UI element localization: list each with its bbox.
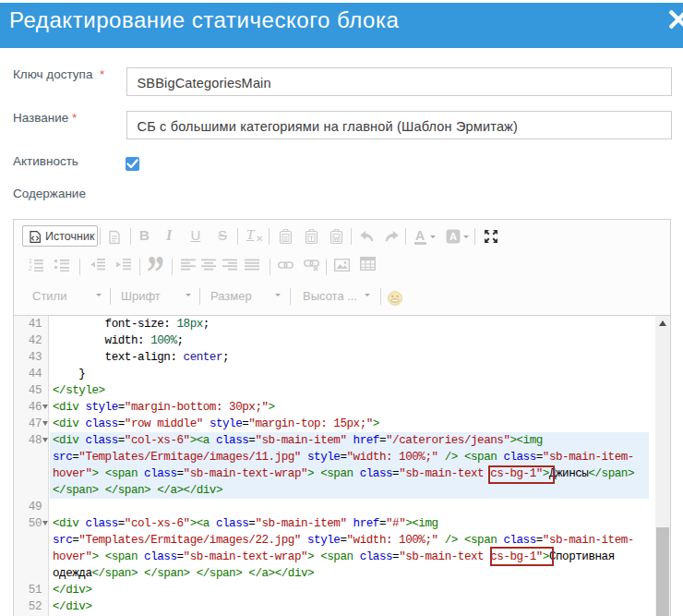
svg-text:1: 1	[29, 258, 32, 264]
svg-text:2: 2	[29, 265, 32, 272]
svg-text:A: A	[449, 231, 457, 242]
